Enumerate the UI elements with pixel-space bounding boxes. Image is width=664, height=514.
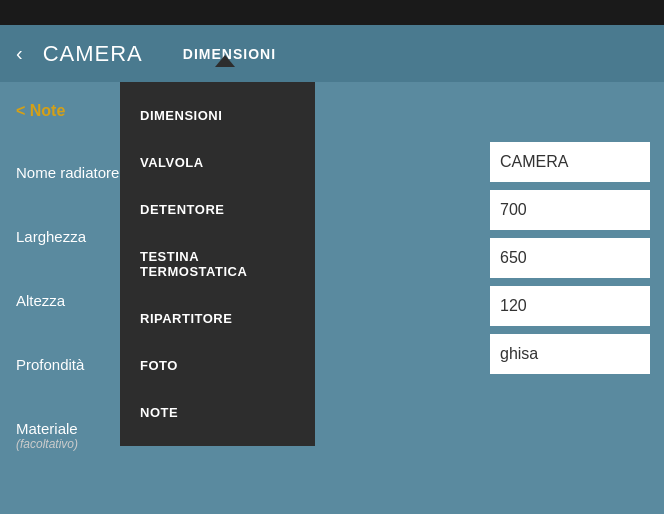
input-nome[interactable]	[490, 142, 650, 182]
main-content: < Note Nome radiatore Larghezza Altezza …	[0, 82, 664, 514]
input-larghezza[interactable]	[490, 190, 650, 230]
right-panel	[490, 82, 664, 514]
header-bar: ‹ CAMERA DIMENSIONI	[0, 25, 664, 82]
top-status-bar	[0, 0, 664, 25]
input-materiale[interactable]	[490, 334, 650, 374]
dropdown-item-note[interactable]: NOTE	[120, 389, 315, 436]
dropdown-menu: DIMENSIONI VALVOLA DETENTORE TESTINA TER…	[120, 82, 315, 446]
input-altezza[interactable]	[490, 238, 650, 278]
dropdown-item-detentore[interactable]: DETENTORE	[120, 186, 315, 233]
input-profondita[interactable]	[490, 286, 650, 326]
dropdown-item-valvola[interactable]: VALVOLA	[120, 139, 315, 186]
page-title: CAMERA	[43, 41, 143, 67]
dropdown-arrow	[215, 55, 235, 67]
dropdown-item-dimensioni[interactable]: DIMENSIONI	[120, 92, 315, 139]
dropdown-item-foto[interactable]: FOTO	[120, 342, 315, 389]
back-button[interactable]: ‹	[16, 42, 23, 65]
dropdown-item-testina[interactable]: TESTINA TERMOSTATICA	[120, 233, 315, 295]
dropdown-item-ripartitore[interactable]: RIPARTITORE	[120, 295, 315, 342]
